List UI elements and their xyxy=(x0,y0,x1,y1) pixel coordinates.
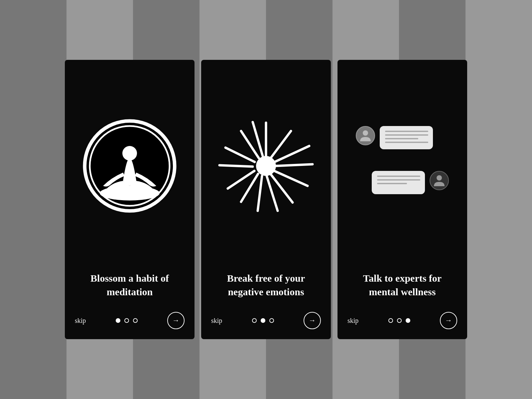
chat-line xyxy=(377,179,420,181)
dot-3-2[interactable] xyxy=(397,318,402,323)
sunburst-icon xyxy=(213,113,319,219)
svg-point-22 xyxy=(437,175,442,181)
chat-illustration xyxy=(352,119,452,212)
screen-2-sunburst: Break free of your negative emotions ski… xyxy=(201,60,331,339)
dot-3-3[interactable] xyxy=(406,318,410,323)
chat-bubble-2-lines xyxy=(377,176,420,184)
svg-line-13 xyxy=(258,176,262,211)
dot-2-2[interactable] xyxy=(261,318,265,323)
chat-avatar-2 xyxy=(430,171,449,190)
screen-3-next-button[interactable]: → xyxy=(440,312,457,329)
dot-1-1[interactable] xyxy=(116,318,120,323)
chat-line xyxy=(377,183,407,184)
screen-1-dots xyxy=(116,318,138,323)
svg-point-5 xyxy=(122,146,137,161)
chat-bubble-2 xyxy=(372,171,425,194)
screen-3-chat: Talk to experts for mental wellness skip… xyxy=(337,60,467,339)
chat-line xyxy=(385,131,428,132)
meditation-illustration-area xyxy=(65,60,195,272)
svg-line-17 xyxy=(225,148,255,162)
screen-2-dots xyxy=(252,318,274,323)
dot-2-3[interactable] xyxy=(269,318,274,323)
screen-1-bottom-bar: skip → xyxy=(65,305,195,339)
screen-2-text-area: Break free of your negative emotions xyxy=(201,272,331,305)
screen-2-next-button[interactable]: → xyxy=(304,312,321,329)
svg-line-8 xyxy=(275,146,309,162)
screen-3-title: Talk to experts for mental wellness xyxy=(347,272,457,299)
dot-2-1[interactable] xyxy=(252,318,257,323)
chat-bubble-1 xyxy=(380,126,433,149)
screen-3-text-area: Talk to experts for mental wellness xyxy=(337,272,467,305)
sunburst-illustration-area xyxy=(201,60,331,272)
screen-3-dots xyxy=(388,318,410,323)
screen-3-skip-button[interactable]: skip xyxy=(347,317,358,325)
screen-1-meditation: Blossom a habit of meditation skip → xyxy=(65,60,195,339)
dot-1-2[interactable] xyxy=(124,318,129,323)
chat-line xyxy=(385,142,428,143)
svg-point-20 xyxy=(256,156,276,176)
screen-2-title: Break free of your negative emotions xyxy=(211,272,321,299)
screen-1-next-button[interactable]: → xyxy=(167,312,185,329)
screen-2-skip-button[interactable]: skip xyxy=(211,317,222,325)
svg-line-7 xyxy=(271,131,291,158)
dot-3-1[interactable] xyxy=(388,318,393,323)
bg-stripe-1 xyxy=(0,0,66,399)
screen-2-bottom-bar: skip → xyxy=(201,305,331,339)
svg-point-21 xyxy=(363,130,368,136)
chat-bubble-1-lines xyxy=(385,131,428,143)
chat-line xyxy=(385,134,428,136)
chat-avatar-1 xyxy=(356,126,375,145)
screens-container: Blossom a habit of meditation skip → xyxy=(65,60,467,339)
screen-3-bottom-bar: skip → xyxy=(337,305,467,339)
screen-1-title: Blossom a habit of meditation xyxy=(75,272,185,299)
svg-line-9 xyxy=(276,164,313,166)
screen-1-skip-button[interactable]: skip xyxy=(75,317,86,325)
chat-line xyxy=(385,138,418,139)
chat-illustration-area xyxy=(337,60,467,272)
svg-line-16 xyxy=(219,165,253,167)
meditation-icon xyxy=(80,116,180,216)
bg-stripe-8 xyxy=(466,0,532,399)
chat-line xyxy=(377,176,420,177)
screen-1-text-area: Blossom a habit of meditation xyxy=(65,272,195,305)
dot-1-3[interactable] xyxy=(133,318,138,323)
